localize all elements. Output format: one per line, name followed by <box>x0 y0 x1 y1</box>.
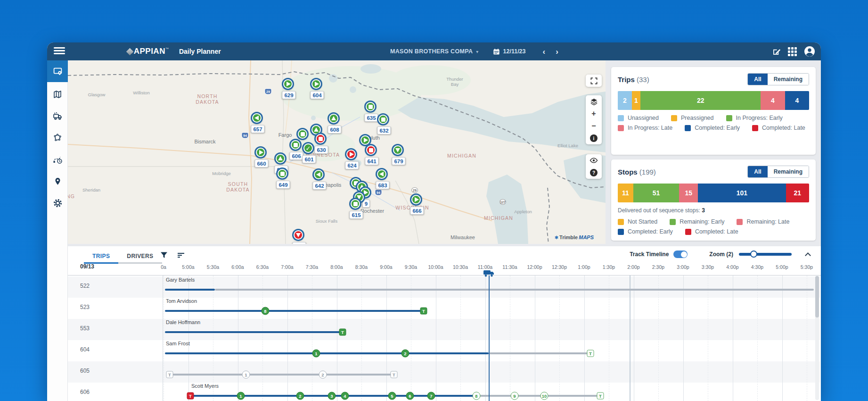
stop-marker[interactable]: 2 <box>296 392 304 400</box>
scrollbar-thumb[interactable] <box>815 276 819 317</box>
tab-trips[interactable]: TRIPS <box>84 249 118 264</box>
zoom-slider-thumb[interactable] <box>750 251 757 258</box>
trips-remaining-button[interactable]: Remaining <box>768 74 809 85</box>
map-marker-629[interactable] <box>283 79 293 89</box>
map-zoom-out-button[interactable]: − <box>586 120 602 132</box>
current-time-handle[interactable] <box>483 270 494 279</box>
user-avatar[interactable] <box>804 46 815 57</box>
map-control-group: +−i <box>586 95 602 144</box>
stop-marker[interactable]: 6 <box>406 392 414 400</box>
map-marker[interactable] <box>311 125 321 134</box>
map-marker-630[interactable] <box>316 134 325 143</box>
map-marker-657[interactable] <box>252 113 262 123</box>
stop-marker[interactable]: T <box>587 350 594 357</box>
stop-marker[interactable]: T <box>391 371 398 378</box>
trip-bar-segment[interactable] <box>165 331 343 333</box>
next-day-button[interactable]: › <box>556 48 558 56</box>
sidebar-item-routes[interactable] <box>47 150 68 169</box>
timeline-scrollbar[interactable] <box>815 276 819 400</box>
sidebar-item-map-view[interactable] <box>47 85 68 104</box>
map-marker-642[interactable] <box>314 170 323 179</box>
stop-marker[interactable]: T <box>187 393 194 400</box>
map-marker[interactable] <box>360 135 370 145</box>
trips-all-button[interactable]: All <box>748 74 767 85</box>
tab-drivers[interactable]: DRIVERS <box>118 249 162 264</box>
map-marker-608[interactable] <box>329 114 338 123</box>
trip-bar-segment[interactable] <box>165 289 215 291</box>
map-help-button[interactable]: ? <box>586 167 602 179</box>
collapse-panel-button[interactable] <box>806 252 811 258</box>
apps-grid-icon[interactable] <box>788 47 797 56</box>
map-marker-606[interactable] <box>291 140 300 150</box>
map-info-button[interactable]: i <box>586 132 602 144</box>
trip-bar-segment[interactable] <box>170 374 394 376</box>
stop-marker[interactable]: 5 <box>388 392 396 400</box>
stop-marker[interactable]: 10 <box>540 392 549 400</box>
stop-marker[interactable]: 8 <box>262 307 270 315</box>
edit-icon[interactable] <box>772 47 781 56</box>
map-marker-637[interactable] <box>294 230 303 240</box>
stop-marker[interactable]: T <box>420 308 427 315</box>
filter-icon[interactable] <box>160 251 168 259</box>
zoom-slider[interactable] <box>739 253 792 256</box>
map-marker-615[interactable] <box>351 199 360 209</box>
stops-all-button[interactable]: All <box>748 166 767 177</box>
map-marker-label: 601 <box>302 155 316 163</box>
map-marker-641[interactable] <box>366 145 376 155</box>
trip-bar-segment[interactable] <box>476 395 600 397</box>
stop-marker[interactable]: 8 <box>473 392 481 400</box>
stop-marker[interactable]: 2 <box>401 350 409 358</box>
map-marker-label: 630 <box>314 146 328 154</box>
stop-marker[interactable]: 4 <box>341 392 349 400</box>
stop-marker[interactable]: 1 <box>312 350 320 358</box>
map-canvas[interactable]: GlasgowWillistonNORTH DAKOTABismarckFarg… <box>68 60 606 244</box>
sort-icon[interactable] <box>177 251 185 259</box>
map-layers-button[interactable] <box>586 95 602 108</box>
play-d-icon <box>395 148 400 152</box>
map-marker-604[interactable] <box>311 79 321 89</box>
map-marker-679[interactable] <box>393 145 402 155</box>
trip-number: 606 <box>80 389 90 395</box>
trip-bar-segment[interactable] <box>489 352 590 354</box>
stop-marker[interactable]: T <box>166 371 173 378</box>
map-marker-663[interactable] <box>276 154 285 163</box>
map-marker-601[interactable]: ✓ <box>303 143 313 153</box>
stop-marker[interactable]: 1 <box>237 392 245 400</box>
sidebar-item-settings[interactable] <box>47 193 68 212</box>
map-marker-635[interactable] <box>366 102 375 111</box>
map-marker-632[interactable] <box>378 115 388 124</box>
menu-icon[interactable] <box>54 47 65 56</box>
map-marker-label: 624 <box>345 161 359 169</box>
trip-bar-segment[interactable] <box>165 352 489 354</box>
map-marker-649[interactable] <box>278 169 287 178</box>
prev-day-button[interactable]: ‹ <box>543 48 546 56</box>
map-marker-683[interactable] <box>377 169 386 179</box>
map-marker[interactable] <box>298 129 307 139</box>
sidebar-item-vehicles[interactable] <box>47 107 68 125</box>
sidebar-item-daily-planner[interactable] <box>47 60 68 82</box>
trip-bar-segment[interactable] <box>165 310 424 312</box>
stop-marker[interactable]: 3 <box>328 392 336 400</box>
map-marker-666[interactable] <box>411 195 421 204</box>
date-picker[interactable]: 12/11/23 <box>493 48 526 55</box>
sidebar-item-locations[interactable] <box>47 172 68 191</box>
stop-marker[interactable]: 1 <box>242 371 250 379</box>
driver-name: Scott Myers <box>191 383 219 389</box>
stop-marker[interactable]: T <box>339 329 346 336</box>
track-timeline-toggle[interactable] <box>673 251 688 258</box>
stop-marker[interactable]: 2 <box>319 371 327 379</box>
map-marker-624[interactable] <box>346 150 356 159</box>
map-fullscreen-button[interactable] <box>586 75 602 87</box>
stops-remaining-button[interactable]: Remaining <box>768 166 809 177</box>
map-zoom-in-button[interactable]: + <box>586 108 602 120</box>
stop-marker[interactable]: T <box>597 393 604 400</box>
trips-bar-segment: 4 <box>785 91 809 110</box>
stop-marker[interactable]: 9 <box>511 392 519 400</box>
sidebar-item-zones[interactable] <box>47 128 68 147</box>
map-visibility-button[interactable] <box>586 154 602 167</box>
timeline-chart[interactable]: 522Gary Bartels523Tom Arvidson8T553Dale … <box>68 275 821 401</box>
map-marker-660[interactable] <box>256 148 265 157</box>
company-selector[interactable]: MASON BROTHERS COMPA ▾ <box>390 48 479 55</box>
stop-marker[interactable]: 7 <box>427 392 435 400</box>
trip-bar-segment[interactable] <box>215 289 814 291</box>
